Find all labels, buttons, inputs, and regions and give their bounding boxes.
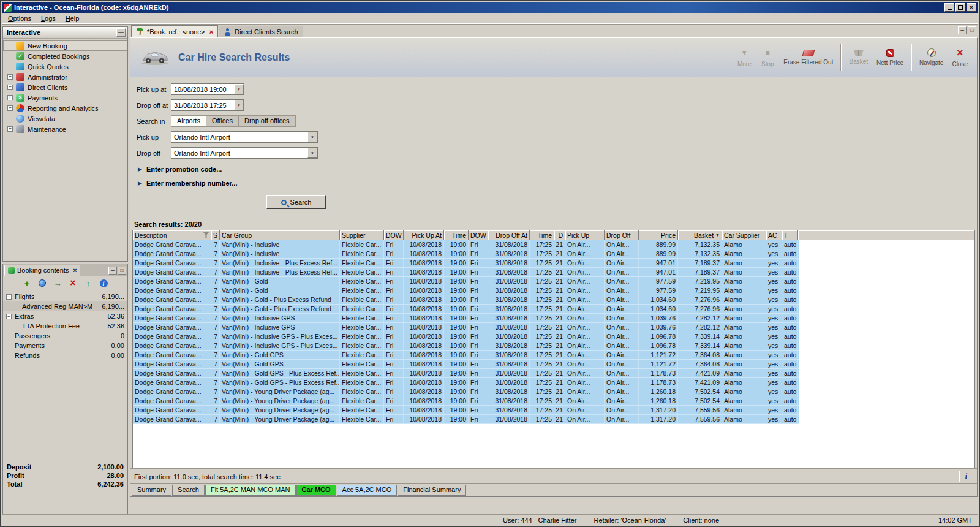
bottom-tab-financial-summary[interactable]: Financial Summary bbox=[398, 485, 466, 496]
doc-tab-book-ref-none[interactable]: *Book. ref.: <none>× bbox=[131, 25, 218, 37]
dropoff-at-select[interactable]: 31/08/2018 17:25 ▼ bbox=[171, 99, 244, 111]
navigate-button[interactable]: Navigate bbox=[915, 41, 948, 74]
table-row[interactable]: Dodge Grand Carava...7Van(Mini) - Gold G… bbox=[133, 351, 799, 360]
column-header-10-d[interactable]: D bbox=[554, 230, 565, 240]
search-in-tab-drop-off-offices[interactable]: Drop off offices bbox=[239, 115, 296, 127]
filter-icon[interactable] bbox=[203, 232, 209, 238]
booking-row-refunds[interactable]: Refunds0.00 bbox=[3, 351, 127, 360]
collapse-minus-icon[interactable]: − bbox=[6, 294, 12, 300]
sidebar-collapse-button[interactable]: — bbox=[116, 28, 126, 37]
booking-row-tta-protection-fee[interactable]: TTA Protection Fee52.36 bbox=[3, 321, 127, 331]
table-row[interactable]: Dodge Grand Carava...7Van(Mini) - Inclus… bbox=[133, 314, 799, 323]
column-header-2-car-group[interactable]: Car Group bbox=[220, 230, 340, 240]
table-row[interactable]: Dodge Grand Carava...7Van(Mini) - GoldFl… bbox=[133, 277, 799, 286]
booking-contents-tab[interactable]: Booking contents × bbox=[4, 265, 80, 276]
booking-row-passengers[interactable]: Passengers0 bbox=[3, 331, 127, 341]
sidebar-item-maintenance[interactable]: +Maintenance bbox=[3, 124, 127, 134]
collapse-minus-icon[interactable]: − bbox=[6, 314, 12, 319]
delete-button[interactable] bbox=[67, 277, 80, 289]
sidebar-item-completed-bookings[interactable]: Completed Bookings bbox=[3, 51, 127, 61]
maximize-button[interactable] bbox=[956, 3, 965, 12]
column-header-3-supplier[interactable]: Supplier bbox=[340, 230, 384, 240]
table-row[interactable]: Dodge Grand Carava...7Van(Mini) - Inclus… bbox=[133, 268, 799, 277]
column-header-14-basket[interactable]: Basket▼ bbox=[678, 230, 722, 240]
column-header-9-time[interactable]: Time bbox=[530, 230, 554, 240]
dropdown-arrow-icon[interactable]: ▼ bbox=[234, 84, 244, 94]
bottom-tab-car-mco[interactable]: Car MCO bbox=[296, 485, 336, 496]
dropoff-select[interactable]: Orlando Intl Airport ▼ bbox=[171, 147, 318, 159]
info-button[interactable]: i bbox=[959, 471, 973, 482]
table-row[interactable]: Dodge Grand Carava...7Van(Mini) - Young … bbox=[133, 406, 799, 415]
info-button[interactable] bbox=[97, 277, 110, 289]
booking-panel-restore-button[interactable]: □ bbox=[118, 267, 126, 275]
table-row[interactable]: Dodge Grand Carava...7Van(Mini) - Gold G… bbox=[133, 369, 799, 378]
table-row[interactable]: Dodge Grand Carava...7Van(Mini) - GoldFl… bbox=[133, 286, 799, 295]
expand-plus-icon[interactable]: + bbox=[7, 95, 13, 100]
sidebar-item-payments[interactable]: +Payments bbox=[3, 93, 127, 103]
promotion-code-toggle[interactable]: ▶ Enter promotion code... bbox=[138, 165, 977, 173]
booking-row-advanced-reg-man-m[interactable]: Advanced Reg MAN>M6,190... bbox=[3, 301, 127, 311]
sidebar-item-direct-clients[interactable]: +Direct Clients bbox=[3, 82, 127, 93]
column-header-12-drop-off[interactable]: Drop Off bbox=[605, 230, 639, 240]
table-row[interactable]: Dodge Grand Carava...7Van(Mini) - Inclus… bbox=[133, 332, 799, 341]
add-button[interactable] bbox=[21, 277, 34, 289]
table-row[interactable]: Dodge Grand Carava...7Van(Mini) - Gold G… bbox=[133, 360, 799, 369]
bottom-tab-flt-5a-2c-man-mco-man[interactable]: Flt 5A,2C MAN MCO MAN bbox=[205, 485, 296, 496]
column-header-5-pick-up-at[interactable]: Pick Up At bbox=[404, 230, 444, 240]
search-in-tab-airports[interactable]: Airports bbox=[171, 115, 206, 127]
column-header-1-s[interactable]: S bbox=[211, 230, 220, 240]
expand-plus-icon[interactable]: + bbox=[7, 105, 13, 111]
menu-logs[interactable]: Logs bbox=[36, 13, 61, 23]
table-row[interactable]: Dodge Grand Carava...7Van(Mini) - Inclus… bbox=[133, 341, 799, 351]
dropdown-arrow-icon[interactable]: ▼ bbox=[307, 132, 317, 142]
search-button[interactable]: Search bbox=[266, 195, 326, 209]
table-row[interactable]: Dodge Grand Carava...7Van(Mini) - Inclus… bbox=[133, 249, 799, 259]
sidebar-item-reporting-and-analytics[interactable]: +Reporting and Analytics bbox=[3, 103, 127, 113]
dropdown-arrow-icon[interactable]: ▼ bbox=[234, 100, 244, 110]
bottom-tab-search[interactable]: Search bbox=[172, 485, 205, 496]
sidebar-item-viewdata[interactable]: Viewdata bbox=[3, 113, 127, 124]
booking-contents-close-icon[interactable]: × bbox=[73, 267, 77, 274]
export-button[interactable] bbox=[51, 277, 64, 289]
close-button[interactable]: Close bbox=[948, 41, 972, 74]
bottom-tab-summary[interactable]: Summary bbox=[132, 485, 172, 496]
pickup-select[interactable]: Orlando Intl Airport ▼ bbox=[171, 131, 318, 143]
expand-plus-icon[interactable]: + bbox=[7, 74, 13, 80]
doc-tab-direct-clients-search[interactable]: Direct Clients Search bbox=[219, 26, 303, 37]
column-header-16-ac[interactable]: AC bbox=[766, 230, 782, 240]
column-header-17-t[interactable]: T bbox=[782, 230, 798, 240]
column-header-13-price[interactable]: Price bbox=[639, 230, 678, 240]
booking-row-extras[interactable]: −Extras52.36 bbox=[3, 311, 127, 321]
column-header-8-drop-off-at[interactable]: Drop Off At bbox=[488, 230, 530, 240]
booking-row-payments[interactable]: Payments0.00 bbox=[3, 341, 127, 351]
dropdown-arrow-icon[interactable]: ▼ bbox=[307, 148, 317, 158]
search-in-tab-offices[interactable]: Offices bbox=[206, 115, 239, 127]
minimize-button[interactable] bbox=[944, 3, 954, 12]
column-header-7-dow[interactable]: DOW bbox=[469, 230, 488, 240]
table-row[interactable]: Dodge Grand Carava...7Van(Mini) - Inclus… bbox=[133, 323, 799, 332]
bottom-tab-acc-5a-2c-mco[interactable]: Acc 5A,2C MCO bbox=[337, 485, 398, 496]
expand-plus-icon[interactable]: + bbox=[7, 85, 13, 90]
column-header-11-pick-up[interactable]: Pick Up bbox=[565, 230, 605, 240]
pickup-at-select[interactable]: 10/08/2018 19:00 ▼ bbox=[171, 83, 244, 95]
column-header-15-car-supplier[interactable]: Car Supplier bbox=[722, 230, 766, 240]
mdi-minimize-button[interactable]: ─ bbox=[958, 26, 967, 34]
nett-price-button[interactable]: Nett Price bbox=[872, 41, 908, 74]
sidebar-item-administrator[interactable]: +Administrator bbox=[3, 72, 127, 82]
table-row[interactable]: Dodge Grand Carava...7Van(Mini) - Young … bbox=[133, 396, 799, 406]
globe-button[interactable] bbox=[36, 277, 49, 289]
sidebar-item-quick-quotes[interactable]: Quick Quotes bbox=[3, 61, 127, 72]
table-row[interactable]: Dodge Grand Carava...7Van(Mini) - Gold -… bbox=[133, 295, 799, 305]
sidebar-item-new-booking[interactable]: New Booking bbox=[3, 40, 127, 51]
column-header-6-time[interactable]: Time bbox=[444, 230, 469, 240]
tab-close-icon[interactable]: × bbox=[209, 28, 213, 36]
table-row[interactable]: Dodge Grand Carava...7Van(Mini) - Young … bbox=[133, 387, 799, 396]
menu-help[interactable]: Help bbox=[61, 13, 85, 23]
table-row[interactable]: Dodge Grand Carava...7Van(Mini) - Gold G… bbox=[133, 378, 799, 387]
expand-plus-icon[interactable]: + bbox=[7, 126, 13, 132]
mdi-restore-button[interactable]: □ bbox=[968, 26, 976, 34]
close-button[interactable]: × bbox=[967, 3, 976, 12]
column-header-0-description[interactable]: Description bbox=[133, 230, 211, 240]
table-row[interactable]: Dodge Grand Carava...7Van(Mini) - Young … bbox=[133, 415, 799, 424]
table-row[interactable]: Dodge Grand Carava...7Van(Mini) - Inclus… bbox=[133, 240, 799, 249]
